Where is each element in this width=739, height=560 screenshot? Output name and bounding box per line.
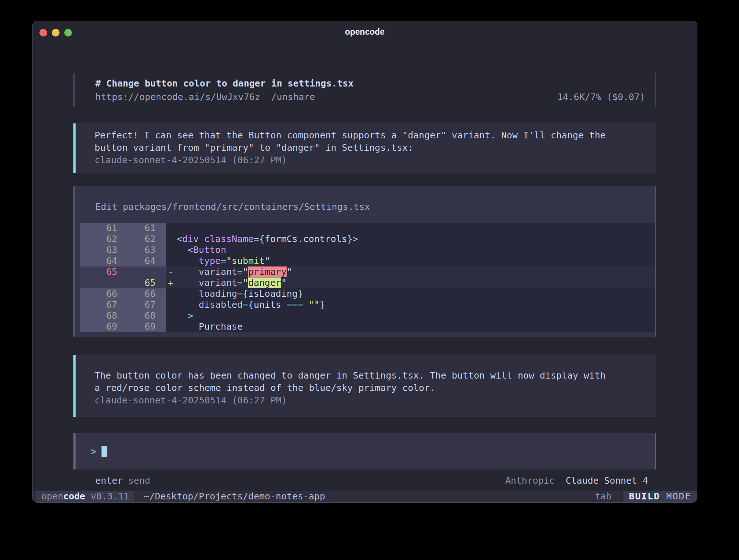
diff-line: 6666 loading={isLoading}	[80, 288, 655, 299]
new-line-number: 68	[121, 310, 166, 321]
assistant-message-meta: claude-sonnet-4-20250514 (06:27 PM)	[95, 154, 649, 166]
old-line-number: 67	[80, 299, 121, 310]
diff-line: 65+ variant="danger"	[80, 277, 655, 288]
diff-code: variant="danger"	[177, 277, 655, 288]
model-name: Claude Sonnet 4	[566, 475, 648, 486]
code-token: formCs.controls	[265, 234, 347, 244]
diff-code: type="submit"	[177, 256, 655, 266]
diff-code: variant="primary"	[177, 266, 655, 277]
brand-open: open	[41, 491, 63, 502]
new-line-number: 63	[121, 245, 166, 256]
code-token	[177, 256, 199, 266]
code-token: variant	[199, 277, 237, 288]
old-line-number: 61	[80, 223, 121, 234]
session-title: # Change button color to danger in setti…	[95, 77, 645, 90]
diff-sign	[166, 223, 177, 234]
diff-sign	[166, 321, 177, 332]
diff-code: loading={isLoading}	[177, 288, 655, 299]
hints-row: enter send Anthropic Claude Sonnet 4	[73, 475, 656, 486]
diff-line: 6161	[80, 223, 655, 234]
diff-code: >	[177, 310, 655, 321]
code-token: "	[265, 256, 270, 266]
diff-line: 6969 Purchase	[80, 321, 655, 332]
session-view: # Change button color to danger in setti…	[73, 44, 656, 491]
mode-chip: BUILD MODE	[621, 491, 697, 502]
diff-sign	[166, 299, 177, 310]
unshare-command[interactable]: /unshare	[271, 90, 315, 104]
old-line-number: 63	[80, 245, 121, 256]
old-line-number: 68	[80, 310, 121, 321]
diff-line: 6767 disabled={units === ""}	[80, 299, 655, 310]
token-usage-cost: 14.6K/7% ($0.07)	[557, 90, 645, 104]
share-url-link[interactable]: https://opencode.ai/s/UwJxv76z	[95, 90, 260, 104]
code-token: loading	[199, 288, 237, 299]
new-line-number: 69	[121, 321, 166, 332]
code-token: danger	[248, 277, 281, 288]
code-token: >	[177, 310, 193, 321]
code-token: =	[243, 299, 248, 310]
edit-action-label: Edit	[95, 202, 117, 212]
new-line-number: 62	[121, 234, 166, 245]
model-indicator: Anthropic Claude Sonnet 4	[505, 475, 648, 486]
window-title: opencode	[32, 27, 697, 37]
code-token: }	[298, 288, 303, 299]
hint-enter-key: enter	[95, 475, 123, 486]
code-token: "	[281, 277, 287, 288]
titlebar: opencode	[32, 21, 697, 44]
provider-name: Anthropic	[505, 475, 555, 486]
code-token: primary	[248, 266, 287, 277]
code-token: "	[243, 277, 248, 288]
working-directory: ~/Desktop/Projects/demo-notes-app	[144, 491, 325, 502]
prompt-input[interactable]: >	[73, 433, 656, 469]
code-token: Button	[193, 245, 226, 255]
code-token: units	[254, 299, 287, 310]
code-token: {	[248, 299, 254, 310]
code-token: {	[243, 288, 248, 299]
code-token: className	[199, 234, 254, 244]
prompt-char: >	[91, 446, 96, 457]
assistant-message: Perfect! I can see that the Button compo…	[73, 123, 656, 173]
new-line-number: 67	[121, 299, 166, 310]
code-token: isLoading	[248, 288, 298, 299]
code-token: =	[254, 234, 259, 244]
code-token: <	[177, 245, 193, 255]
code-token	[177, 266, 199, 277]
diff-sign	[166, 288, 177, 299]
code-token: =	[237, 266, 243, 277]
diff-view: 61616262<div className={formCs.controls}…	[75, 223, 655, 332]
code-token	[177, 288, 199, 299]
code-token	[177, 299, 199, 310]
diff-line: 6868 >	[80, 310, 655, 321]
code-token: {	[259, 234, 265, 244]
code-token: }	[347, 234, 353, 244]
edit-file-path: packages/frontend/src/containers/Setting…	[123, 202, 370, 212]
diff-line: 65- variant="primary"	[80, 266, 655, 277]
brand-code: code	[63, 491, 85, 502]
share-row: https://opencode.ai/s/UwJxv76z /unshare …	[95, 90, 645, 104]
diff-sign: -	[166, 266, 177, 277]
opencode-window: opencode # Change button color to danger…	[32, 21, 697, 503]
diff-line: 6363 <Button	[80, 245, 655, 256]
new-line-number	[121, 266, 166, 277]
diff-sign	[166, 256, 177, 266]
diff-sign	[166, 234, 177, 245]
old-line-number: 69	[80, 321, 121, 332]
code-token: =	[237, 288, 243, 299]
diff-code: Purchase	[177, 321, 655, 332]
code-token: ""	[309, 299, 319, 310]
new-line-number: 64	[121, 256, 166, 266]
text-cursor	[102, 446, 107, 457]
app-version: v0.3.11	[85, 491, 129, 502]
code-token: variant	[199, 266, 237, 277]
diff-code	[177, 223, 655, 234]
diff-code: disabled={units === ""}	[177, 299, 655, 310]
diff-code: <div className={formCs.controls}>	[177, 234, 655, 245]
statusbar-right: tab BUILD MODE	[595, 491, 697, 502]
diff-code: <Button	[177, 245, 655, 256]
diff-line: 6262<div className={formCs.controls}>	[80, 234, 655, 245]
assistant-message: The button color has been changed to dan…	[73, 355, 656, 417]
code-token: =	[237, 277, 243, 288]
session-header: # Change button color to danger in setti…	[73, 73, 656, 107]
assistant-message-text: The button color has been changed to dan…	[95, 369, 649, 394]
diff-line: 6464 type="submit"	[80, 256, 655, 266]
